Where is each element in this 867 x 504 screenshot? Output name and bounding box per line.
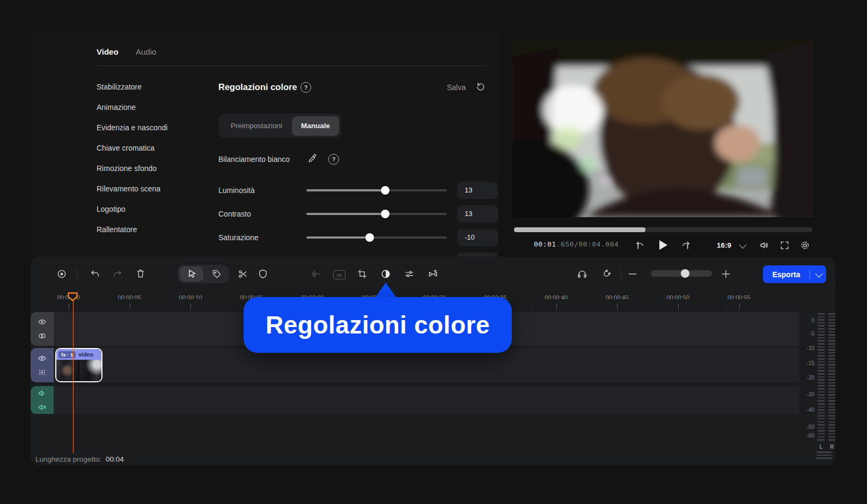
menu-item-animazione[interactable]: Animazione	[97, 103, 136, 112]
slider-row-contrasto: Contrasto 13	[218, 205, 499, 223]
export-button[interactable]: Esporta	[763, 265, 826, 283]
contrast-icon[interactable]	[380, 269, 391, 279]
chevron-down-icon	[815, 270, 822, 277]
preview-progress-bar[interactable]	[514, 227, 812, 232]
meter-label: -50	[804, 424, 814, 430]
cursor-icon[interactable]	[186, 269, 197, 279]
preview-progress-fill	[514, 227, 645, 232]
zoom-in-icon[interactable]	[721, 269, 731, 279]
eye-icon[interactable]	[38, 317, 47, 327]
track-row-video[interactable]	[54, 348, 799, 382]
tab-video[interactable]: Video	[97, 47, 119, 56]
slider-fill	[306, 213, 385, 215]
speaker-icon[interactable]	[38, 389, 47, 398]
help-icon[interactable]	[328, 154, 339, 165]
speaker-muted-icon[interactable]	[38, 403, 47, 412]
export-dropdown[interactable]	[810, 272, 826, 277]
meter-mini-icon[interactable]	[817, 451, 832, 460]
trash-icon[interactable]	[135, 268, 146, 279]
slider-thumb[interactable]	[381, 186, 390, 195]
menu-item-rilevamento-scena[interactable]: Rilevamento scena	[97, 184, 160, 193]
ruler-label: 00:00:45	[586, 294, 648, 299]
scissors-icon[interactable]	[238, 269, 248, 279]
slider-value[interactable]: -10	[457, 229, 498, 246]
waveform-icon[interactable]	[311, 269, 321, 279]
timecode-total: .650/00:04.004	[556, 240, 619, 248]
shield-icon[interactable]	[258, 269, 268, 279]
gear-icon[interactable]	[800, 240, 810, 250]
segment-manuale[interactable]: Manuale	[292, 116, 339, 136]
ruler-label: 00:00:10	[160, 294, 221, 299]
meter-label: -20	[804, 375, 814, 381]
record-icon[interactable]	[56, 269, 67, 279]
slider-row-luminosita: Luminosità 13	[218, 182, 499, 199]
tooltip-regolazioni-colore: Regolazioni colore	[244, 297, 512, 353]
link-icon[interactable]	[38, 331, 47, 340]
slider-track[interactable]	[306, 189, 447, 191]
undo-icon[interactable]	[90, 269, 100, 279]
slider-thumb[interactable]	[365, 233, 374, 242]
track-header-video[interactable]	[31, 348, 54, 382]
track-row-audio[interactable]	[54, 386, 799, 414]
track-header-overlay[interactable]	[31, 312, 54, 346]
next-frame-icon[interactable]	[681, 240, 691, 250]
eyedropper-icon[interactable]	[307, 153, 318, 164]
white-balance-label: Bilanciamento bianco	[218, 155, 290, 164]
segment-preimpostazioni[interactable]: Preimpostazioni	[221, 122, 292, 130]
tools-panel: Video Audio Stabilizzatore Animazione Ev…	[32, 32, 499, 257]
help-icon[interactable]	[300, 82, 311, 93]
slider-thumb[interactable]	[381, 210, 390, 218]
slider-value[interactable]: 13	[457, 182, 498, 199]
preview-video-frame[interactable]	[512, 39, 813, 217]
clip-header[interactable]: fx · 1 video	[56, 349, 101, 360]
play-icon[interactable]	[658, 240, 668, 250]
crop-icon[interactable]	[357, 269, 368, 279]
meter-label: -15	[804, 360, 814, 366]
menu-item-chiave-cromatica[interactable]: Chiave cromatica	[97, 144, 155, 152]
menu-item-evidenzia[interactable]: Evidenzia e nascondi	[97, 123, 167, 132]
effects-dots-icon[interactable]	[38, 368, 47, 377]
ruler-label: 00:01:00	[769, 294, 781, 299]
aspect-ratio-select[interactable]: 16:9	[717, 241, 731, 249]
slider-value[interactable]	[457, 253, 498, 257]
timeline-clip-video[interactable]: fx · 1 video	[55, 348, 102, 382]
tag-icon[interactable]	[211, 269, 222, 279]
menu-item-rimozione-sfondo[interactable]: Rimozione sfondo	[97, 164, 157, 173]
slider-track[interactable]	[306, 213, 447, 215]
timeline-zoom-slider[interactable]	[651, 270, 712, 277]
adjust-sliders-icon[interactable]	[404, 269, 415, 279]
menu-item-rallentatore[interactable]: Rallentatore	[97, 225, 137, 234]
chevron-down-icon[interactable]	[739, 241, 746, 249]
clip-type-label: video	[78, 351, 93, 358]
speed-icon[interactable]	[428, 269, 438, 279]
clip-thumbnail	[79, 360, 102, 381]
slider-row-saturazione: Saturazione -10	[218, 229, 499, 246]
volume-icon[interactable]	[759, 240, 769, 250]
redo-icon[interactable]	[112, 269, 123, 279]
headphones-icon[interactable]	[577, 269, 587, 279]
section-title: Regolazioni colore	[218, 82, 297, 92]
slider-track[interactable]	[306, 236, 447, 239]
save-button[interactable]: Salva	[447, 83, 466, 92]
fullscreen-icon[interactable]	[780, 240, 790, 250]
magnet-icon[interactable]	[601, 269, 612, 279]
timeline-zoom-thumb[interactable]	[681, 269, 689, 278]
eye-icon[interactable]	[38, 354, 47, 363]
toolbar-divider	[621, 268, 621, 280]
playhead-line[interactable]	[73, 300, 74, 453]
prev-frame-icon[interactable]	[635, 240, 645, 250]
tab-audio[interactable]: Audio	[136, 47, 156, 56]
meter-label: -5	[804, 331, 814, 337]
meter-bar-left	[818, 313, 825, 441]
track-header-audio[interactable]	[31, 386, 54, 414]
captions-icon[interactable]	[333, 270, 346, 279]
reset-icon[interactable]	[475, 81, 486, 91]
status-label: Lunghezza progetto:	[35, 455, 101, 463]
menu-item-logotipo[interactable]: Logotipo	[97, 205, 126, 213]
ruler-label: 00:00:40	[526, 294, 587, 299]
menu-item-stabilizzatore[interactable]: Stabilizzatore	[97, 83, 142, 91]
timeline-panel: Esporta 00:00:0000:00:0500:00:1000:00:15…	[31, 257, 835, 465]
ruler-label: 00:00:50	[648, 294, 709, 299]
slider-value[interactable]: 13	[457, 205, 498, 223]
zoom-out-icon[interactable]	[627, 269, 638, 279]
